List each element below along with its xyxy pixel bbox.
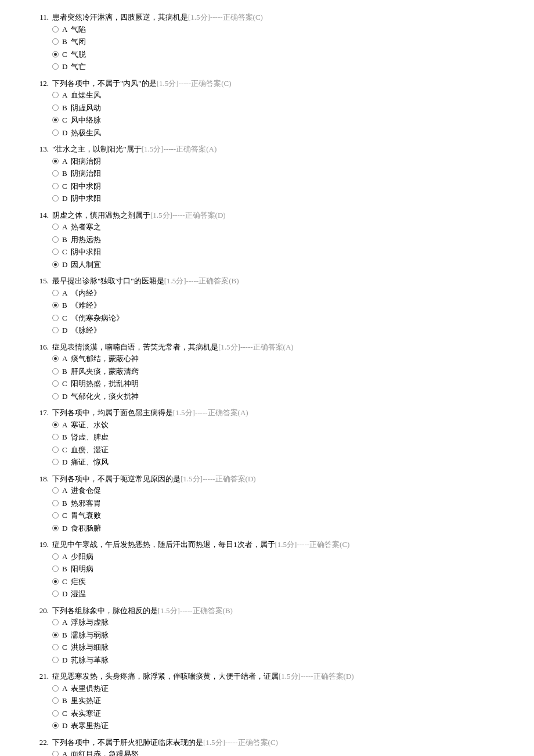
radio-icon[interactable] [52,26,59,33]
radio-icon[interactable] [52,117,59,123]
radio-icon[interactable] [52,566,59,572]
radio-icon[interactable] [52,434,59,440]
option-row[interactable]: A 血燥生风 [52,89,511,102]
radio-icon[interactable] [52,355,59,362]
radio-icon[interactable] [52,525,59,531]
option-row[interactable]: C 《伤寒杂病论》 [52,312,511,325]
radio-icon[interactable] [52,500,59,506]
question-text-wrap: 下列各项中，不属于"内风"的是[1.5分]-----正确答案(C) [52,78,232,89]
radio-icon[interactable] [52,38,59,45]
radio-icon[interactable] [52,619,59,625]
radio-icon[interactable] [52,380,59,387]
option-row[interactable]: B 阴虚风动 [52,102,511,114]
radio-icon[interactable] [52,487,59,494]
option-row[interactable]: D 食积肠腑 [52,522,511,535]
option-row[interactable]: C 疟疾 [52,575,511,588]
option-row[interactable]: B 热邪客胃 [52,497,511,510]
radio-icon[interactable] [52,224,59,230]
option-row[interactable]: C 风中络脉 [52,114,511,127]
option-row[interactable]: A 气陷 [52,23,511,36]
radio-icon[interactable] [52,553,59,560]
option-row[interactable]: D 气郁化火，痰火扰神 [52,390,511,403]
option-row[interactable]: B 阴病治阳 [52,167,511,180]
radio-icon[interactable] [52,368,59,375]
option-row[interactable]: A 热者寒之 [52,221,511,233]
question-item: 17.下列各项中，均属于面色黑主病得是[1.5分]-----正确答案(A)A 寒… [33,407,511,469]
option-row[interactable]: C 洪脉与细脉 [52,641,511,654]
option-row[interactable]: D 热极生风 [52,127,511,139]
option-row[interactable]: A 表里俱热证 [52,682,511,695]
radio-icon[interactable] [52,644,59,650]
option-row[interactable]: A 浮脉与虚脉 [52,616,511,629]
option-row[interactable]: A 阳病治阴 [52,155,511,168]
radio-icon[interactable] [52,657,59,663]
option-row[interactable]: D 表寒里热证 [52,719,511,732]
option-row[interactable]: B 里实热证 [52,694,511,707]
radio-icon[interactable] [52,249,59,255]
option-row[interactable]: A 寒证、水饮 [52,419,511,431]
radio-icon[interactable] [52,92,59,98]
option-row[interactable]: C 胃气衰败 [52,509,511,522]
radio-icon[interactable] [52,302,59,308]
option-row[interactable]: A 面红目赤，急躁易怒 [52,748,511,756]
options-group: A 阳病治阴B 阴病治阳C 阳中求阴D 阴中求阳 [52,155,511,205]
option-row[interactable]: D 《脉经》 [52,324,511,337]
radio-icon[interactable] [52,290,59,296]
radio-icon[interactable] [52,512,59,519]
radio-icon[interactable] [52,129,59,136]
option-row[interactable]: A 进食仓促 [52,484,511,497]
option-row[interactable]: B 肝风夹痰，蒙蔽清窍 [52,365,511,378]
radio-icon[interactable] [52,632,59,638]
question-item: 21.症见恶寒发热，头身疼痛，脉浮紧，伴咳喘痰黄，大便干结者，证属[1.5分]-… [33,671,511,732]
option-row[interactable]: A 少阳病 [52,550,511,563]
radio-icon[interactable] [52,315,59,321]
option-row[interactable]: C 阳中求阴 [52,180,511,193]
radio-icon[interactable] [52,422,59,428]
option-row[interactable]: B 气闭 [52,35,511,48]
option-row[interactable]: B 《难经》 [52,299,511,312]
radio-icon[interactable] [52,722,59,729]
radio-icon[interactable] [52,261,59,268]
option-row[interactable]: C 表实寒证 [52,707,511,720]
option-letter: A [62,419,67,431]
radio-icon[interactable] [52,710,59,717]
radio-icon[interactable] [52,327,59,333]
radio-icon[interactable] [52,158,59,164]
option-row[interactable]: D 芤脉与革脉 [52,654,511,667]
option-row[interactable]: C 阳明热盛，扰乱神明 [52,377,511,390]
question-text-wrap: 症见中午寒战，午后发热恶热，随后汗出而热退，每日1次者，属于[1.5分]----… [52,539,349,550]
radio-icon[interactable] [52,63,59,70]
radio-icon[interactable] [52,685,59,692]
radio-icon[interactable] [52,236,59,243]
radio-icon[interactable] [52,459,59,465]
option-row[interactable]: B 肾虚、脾虚 [52,431,511,444]
option-row[interactable]: A 痰气郁结，蒙蔽心神 [52,352,511,365]
question-text: "壮水之主，以制阳光"属于 [52,145,142,153]
radio-icon[interactable] [52,697,59,704]
radio-icon[interactable] [52,447,59,453]
option-letter: C [62,181,67,192]
radio-icon[interactable] [52,578,59,585]
option-row[interactable]: B 阳明病 [52,563,511,575]
radio-icon[interactable] [52,51,59,57]
radio-icon[interactable] [52,393,59,399]
radio-icon[interactable] [52,170,59,177]
option-row[interactable]: D 湿温 [52,588,511,600]
option-row[interactable]: C 血瘀、湿证 [52,444,511,456]
option-row[interactable]: C 阴中求阳 [52,246,511,258]
option-row[interactable]: D 气亡 [52,60,511,73]
radio-icon[interactable] [52,751,59,756]
option-row[interactable]: D 因人制宜 [52,258,511,271]
option-row[interactable]: D 痛证、惊风 [52,456,511,469]
option-row[interactable]: C 气脱 [52,48,511,61]
question-text: 最早提出诊脉"独取寸口"的医籍是 [52,276,164,285]
option-row[interactable]: A 《内经》 [52,287,511,300]
option-row[interactable]: B 濡脉与弱脉 [52,629,511,642]
radio-icon[interactable] [52,105,59,111]
radio-icon[interactable] [52,591,59,597]
radio-icon[interactable] [52,183,59,189]
radio-icon[interactable] [52,195,59,201]
question-text-wrap: 最早提出诊脉"独取寸口"的医籍是[1.5分]-----正确答案(B) [52,275,239,287]
option-row[interactable]: D 阴中求阳 [52,192,511,205]
option-row[interactable]: B 用热远热 [52,233,511,246]
